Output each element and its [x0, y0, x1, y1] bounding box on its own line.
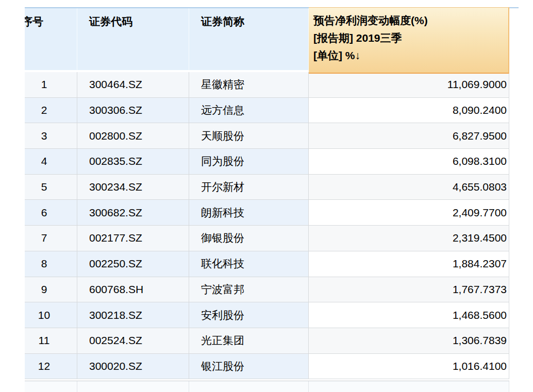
cell-seq-text: 5 — [41, 181, 47, 193]
cell-name[interactable]: 宁波富邦 — [189, 277, 309, 302]
cell-seq[interactable]: 6 — [25, 200, 77, 225]
table-row[interactable]: 8 002250.SZ 联化科技 1,884.2307 — [25, 251, 509, 277]
cell-value[interactable]: 2,409.7700 — [309, 200, 509, 225]
cell-name[interactable]: 开尔新材 — [189, 175, 309, 200]
column-header-forecast-sorted[interactable]: 预告净利润变动幅度(%) [报告期] 2019三季 [单位] %↓ — [309, 7, 509, 74]
table-row[interactable]: 1 300464.SZ 星徽精密 11,069.9000 — [25, 72, 509, 98]
cell-seq-text: 3 — [41, 130, 47, 142]
sort-descending-icon: ↓ — [355, 49, 361, 61]
cell-name-text: 远方信息 — [201, 103, 244, 117]
table-row[interactable]: 12 300020.SZ 银江股份 1,016.4100 — [25, 354, 509, 380]
table-row[interactable]: 3 002800.SZ 天顺股份 6,827.9500 — [25, 123, 509, 149]
cell-name-text: 安利股份 — [201, 308, 244, 322]
cell-value[interactable]: 6,827.9500 — [309, 123, 509, 148]
cell-name[interactable]: 朗新科技 — [189, 200, 309, 225]
cell-seq-text: 2 — [41, 104, 47, 116]
cell-value[interactable]: 1,884.2307 — [309, 251, 509, 277]
cell-name-text: 宁波富邦 — [201, 282, 244, 297]
cell-seq-empty[interactable] — [25, 381, 77, 392]
cell-code[interactable]: 002250.SZ — [77, 251, 189, 277]
cell-code-text: 600768.SH — [89, 283, 143, 296]
cell-code[interactable]: 600768.SH — [77, 277, 189, 302]
cell-name[interactable]: 银江股份 — [189, 354, 309, 379]
cell-value-empty[interactable] — [309, 381, 509, 392]
stock-forecast-table-view: 序号 证券代码 证券简称 预告净利润变动幅度(%) [报告期] 2019三季 [… — [0, 0, 533, 392]
cell-seq[interactable]: 10 — [25, 302, 77, 328]
cell-name[interactable]: 安利股份 — [189, 302, 309, 328]
cell-seq[interactable]: 11 — [25, 328, 77, 353]
cell-code-text: 300464.SZ — [89, 78, 142, 91]
cell-seq[interactable]: 5 — [25, 175, 77, 200]
cell-value[interactable]: 4,655.0803 — [309, 175, 509, 200]
cell-value-text: 6,827.9500 — [453, 130, 507, 142]
cell-code-empty[interactable] — [77, 381, 189, 392]
cell-value[interactable]: 1,767.7373 — [309, 277, 509, 302]
column-header-name-label: 证券简称 — [201, 15, 244, 27]
table-row[interactable]: 11 002524.SZ 光正集团 1,306.7839 — [25, 328, 509, 354]
cell-value-text: 2,409.7700 — [453, 207, 507, 219]
table-row[interactable]: 2 300306.SZ 远方信息 8,090.2400 — [25, 98, 509, 124]
table-row[interactable]: 6 300682.SZ 朗新科技 2,409.7700 — [25, 200, 509, 226]
cell-seq[interactable]: 9 — [25, 277, 77, 302]
cell-name[interactable]: 联化科技 — [189, 251, 309, 277]
cell-name[interactable]: 星徽精密 — [189, 72, 309, 97]
cell-seq-text: 11 — [39, 334, 50, 347]
cell-value[interactable]: 1,016.4100 — [309, 354, 509, 379]
cell-name[interactable]: 远方信息 — [189, 98, 309, 123]
cell-seq[interactable]: 2 — [25, 98, 77, 123]
cell-name-text: 御银股份 — [201, 231, 244, 245]
cell-seq[interactable]: 8 — [25, 251, 77, 277]
cell-code[interactable]: 300464.SZ — [77, 72, 189, 97]
cell-code[interactable]: 002524.SZ — [77, 328, 189, 353]
cell-seq-text: 10 — [38, 309, 50, 321]
cell-value[interactable]: 8,090.2400 — [309, 98, 509, 123]
cell-name[interactable]: 天顺股份 — [189, 123, 309, 148]
cell-seq[interactable]: 12 — [25, 354, 77, 379]
forecast-header-line1: 预告净利润变动幅度(%) — [313, 12, 504, 29]
column-header-seq[interactable]: 序号 — [25, 8, 77, 70]
cell-seq-text: 6 — [41, 207, 47, 219]
cell-name[interactable]: 光正集团 — [189, 328, 309, 353]
cell-name-text: 星徽精密 — [201, 77, 244, 92]
cell-value[interactable]: 2,319.4500 — [309, 226, 509, 251]
cell-value[interactable]: 6,098.3100 — [309, 149, 509, 174]
column-header-name[interactable]: 证券简称 — [189, 8, 309, 70]
cell-code-text: 300218.SZ — [89, 309, 142, 321]
forecast-header-line3: [单位] %↓ — [313, 47, 504, 64]
cell-name-text: 银江股份 — [201, 359, 244, 373]
cell-code[interactable]: 300020.SZ — [77, 354, 189, 379]
table-row-clipped[interactable] — [25, 381, 509, 392]
cell-value-text: 2,319.4500 — [453, 232, 507, 244]
column-header-seq-label: 序号 — [25, 14, 43, 29]
cell-code[interactable]: 300218.SZ — [77, 302, 189, 328]
cell-name[interactable]: 御银股份 — [189, 226, 309, 251]
cell-seq[interactable]: 7 — [25, 226, 77, 251]
cell-value-text: 1,306.7839 — [453, 334, 507, 347]
cell-name-text: 天顺股份 — [201, 129, 244, 143]
cell-code[interactable]: 002835.SZ — [77, 149, 189, 174]
table-header-row: 序号 证券代码 证券简称 预告净利润变动幅度(%) [报告期] 2019三季 [… — [25, 8, 509, 72]
table-row[interactable]: 10 300218.SZ 安利股份 1,468.5600 — [25, 302, 509, 328]
cell-seq[interactable]: 1 — [25, 72, 77, 97]
table-row[interactable]: 7 002177.SZ 御银股份 2,319.4500 — [25, 226, 509, 251]
cell-seq[interactable]: 3 — [25, 123, 77, 148]
cell-seq-text: 7 — [41, 232, 47, 244]
cell-name-text: 同为股份 — [201, 154, 244, 168]
cell-value[interactable]: 1,468.5600 — [309, 302, 509, 328]
cell-code[interactable]: 300682.SZ — [77, 200, 189, 225]
cell-code[interactable]: 002800.SZ — [77, 123, 189, 148]
cell-code-text: 002835.SZ — [89, 155, 142, 167]
cell-code[interactable]: 002177.SZ — [77, 226, 189, 251]
cell-code[interactable]: 300234.SZ — [77, 175, 189, 200]
cell-name[interactable]: 同为股份 — [189, 149, 309, 174]
table-row[interactable]: 9 600768.SH 宁波富邦 1,767.7373 — [25, 277, 509, 303]
cell-seq[interactable]: 4 — [25, 149, 77, 174]
table-row[interactable]: 5 300234.SZ 开尔新材 4,655.0803 — [25, 175, 509, 200]
column-header-code[interactable]: 证券代码 — [77, 8, 189, 70]
cell-code-text: 300682.SZ — [89, 207, 142, 219]
cell-value[interactable]: 1,306.7839 — [309, 328, 509, 353]
cell-value[interactable]: 11,069.9000 — [309, 72, 509, 97]
table-row[interactable]: 4 002835.SZ 同为股份 6,098.3100 — [25, 149, 509, 175]
cell-name-empty[interactable] — [189, 381, 309, 392]
cell-code[interactable]: 300306.SZ — [77, 98, 189, 123]
